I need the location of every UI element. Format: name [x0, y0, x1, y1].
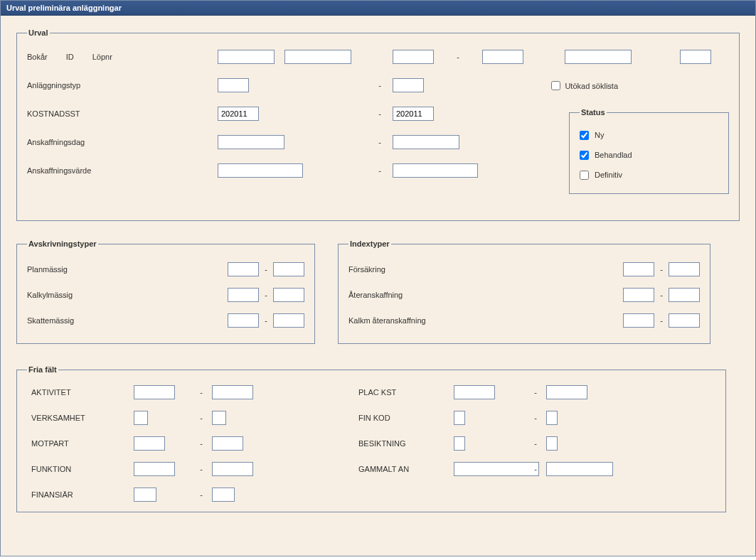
kalkm-label: Kalkm återanskaffning	[348, 316, 623, 325]
anlaggningstyp-from-input[interactable]	[218, 78, 249, 92]
anskaffningsdag-to-input[interactable]	[393, 135, 459, 149]
indextyper-legend: Indextyper	[348, 239, 391, 248]
kalkm-from-input[interactable]	[623, 313, 654, 328]
kalkm-to-input[interactable]	[669, 313, 700, 328]
funktion-to-input[interactable]	[212, 462, 253, 476]
skattemassig-sep: -	[259, 316, 273, 325]
id-from-input[interactable]	[284, 50, 351, 64]
kostnadsst-label: KOSTNADSST	[27, 109, 212, 118]
plac-kst-to-input[interactable]	[546, 385, 587, 399]
finansiar-label: FINANSIÄR	[27, 490, 134, 499]
kostnadsst-from-input[interactable]	[218, 107, 259, 121]
lopnr-to-input[interactable]	[680, 50, 711, 64]
fria-falt-legend: Fria fält	[27, 365, 58, 374]
forsakring-to-input[interactable]	[669, 262, 700, 276]
motpart-to-input[interactable]	[212, 436, 243, 451]
status-behandlad-checkbox[interactable]	[580, 151, 589, 160]
gammalt-an-to-input[interactable]	[546, 462, 613, 476]
urval-fieldset: Urval Bokår ID Löpnr -	[16, 28, 740, 221]
aktivitet-label: AKTIVITET	[27, 388, 134, 397]
skattemassig-label: Skattemässig	[27, 316, 228, 325]
ateranskaffning-from-input[interactable]	[623, 288, 654, 302]
bokar-label: Bokår	[27, 53, 48, 61]
kalkylmassig-from-input[interactable]	[228, 288, 259, 302]
verksamhet-sep: -	[191, 414, 212, 422]
fin-kod-sep: -	[525, 414, 546, 422]
kalkm-sep: -	[654, 316, 669, 325]
fin-kod-label: FIN KOD	[354, 414, 454, 422]
kostnadsst-to-input[interactable]	[393, 107, 434, 121]
indextyper-fieldset: Indextyper Försäkring - Återanskaffning …	[338, 239, 710, 344]
planmassig-label: Planmässig	[27, 265, 228, 274]
utokad-soklista-checkbox[interactable]	[551, 81, 560, 90]
anskaffningsvarde-label: Anskaffningsvärde	[27, 166, 212, 175]
finansiar-sep: -	[191, 490, 212, 499]
verksamhet-label: VERKSAMHET	[27, 414, 134, 422]
fin-kod-to-input[interactable]	[546, 411, 558, 425]
anlaggningstyp-sep: -	[373, 81, 387, 90]
anskaffningsvarde-from-input[interactable]	[218, 163, 303, 178]
motpart-label: MOTPART	[27, 439, 134, 448]
ateranskaffning-label: Återanskaffning	[348, 291, 623, 299]
plac-kst-from-input[interactable]	[454, 385, 495, 399]
status-fieldset: Status Ny Behandlad Definitiv	[569, 108, 729, 194]
besiktning-sep: -	[525, 439, 546, 448]
status-ny-checkbox[interactable]	[580, 131, 589, 140]
forsakring-label: Försäkring	[348, 265, 623, 274]
bokar-id-lopnr-labels: Bokår ID Löpnr	[27, 53, 212, 61]
aktivitet-from-input[interactable]	[134, 385, 175, 399]
urval-legend: Urval	[27, 28, 50, 37]
besiktning-label: BESIKTNING	[354, 439, 454, 448]
lopnr-label: Löpnr	[92, 53, 112, 61]
anskaffningsvarde-sep: -	[373, 166, 387, 175]
aktivitet-sep: -	[191, 388, 212, 397]
anskaffningsdag-sep: -	[373, 138, 387, 146]
id-to-input[interactable]	[565, 50, 632, 64]
kalkylmassig-to-input[interactable]	[273, 288, 304, 302]
anskaffningsdag-from-input[interactable]	[218, 135, 284, 149]
fria-falt-fieldset: Fria fält AKTIVITET - PLAC KST - VERKSAM…	[16, 365, 726, 512]
id-label: ID	[66, 53, 74, 61]
fin-kod-from-input[interactable]	[454, 411, 465, 425]
anlaggningstyp-label: Anläggningstyp	[27, 81, 212, 90]
funktion-sep: -	[191, 465, 212, 473]
status-behandlad-label: Behandlad	[595, 151, 632, 159]
avskrivningstyper-fieldset: Avskrivningstyper Planmässig - Kalkylmäs…	[16, 239, 315, 344]
gammalt-an-label: GAMMALT AN	[354, 465, 454, 473]
ateranskaffning-sep: -	[654, 291, 669, 299]
anlaggningstyp-to-input[interactable]	[393, 78, 424, 92]
funktion-from-input[interactable]	[134, 462, 175, 476]
motpart-from-input[interactable]	[134, 436, 165, 451]
bokar-from-input[interactable]	[218, 50, 275, 64]
utokad-soklista-row: Utökad söklista	[551, 81, 618, 90]
kostnadsst-sep: -	[373, 109, 387, 118]
kalkylmassig-sep: -	[259, 291, 273, 299]
ateranskaffning-to-input[interactable]	[669, 288, 700, 302]
planmassig-to-input[interactable]	[273, 262, 304, 276]
lopnr-from-input[interactable]	[393, 50, 434, 64]
skattemassig-to-input[interactable]	[273, 313, 304, 328]
skattemassig-from-input[interactable]	[228, 313, 259, 328]
forsakring-from-input[interactable]	[623, 262, 654, 276]
funktion-label: FUNKTION	[27, 465, 134, 473]
motpart-sep: -	[191, 439, 212, 448]
aktivitet-to-input[interactable]	[212, 385, 253, 399]
status-definitiv-checkbox[interactable]	[580, 171, 589, 180]
finansiar-from-input[interactable]	[134, 488, 156, 502]
status-definitiv-label: Definitiv	[595, 171, 622, 179]
anskaffningsvarde-to-input[interactable]	[393, 163, 478, 178]
bokar-to-input[interactable]	[482, 50, 523, 64]
planmassig-from-input[interactable]	[228, 262, 259, 276]
verksamhet-from-input[interactable]	[134, 411, 148, 425]
besiktning-from-input[interactable]	[454, 436, 465, 451]
finansiar-to-input[interactable]	[212, 488, 235, 502]
besiktning-to-input[interactable]	[546, 436, 558, 451]
verksamhet-to-input[interactable]	[212, 411, 226, 425]
plac-kst-sep: -	[525, 388, 546, 397]
plac-kst-label: PLAC KST	[354, 388, 454, 397]
planmassig-sep: -	[259, 265, 273, 274]
anskaffningsdag-label: Anskaffningsdag	[27, 138, 212, 146]
forsakring-sep: -	[654, 265, 669, 274]
window-title: Urval preliminära anläggningar	[1, 1, 755, 16]
gammalt-an-sep: -	[525, 465, 546, 473]
